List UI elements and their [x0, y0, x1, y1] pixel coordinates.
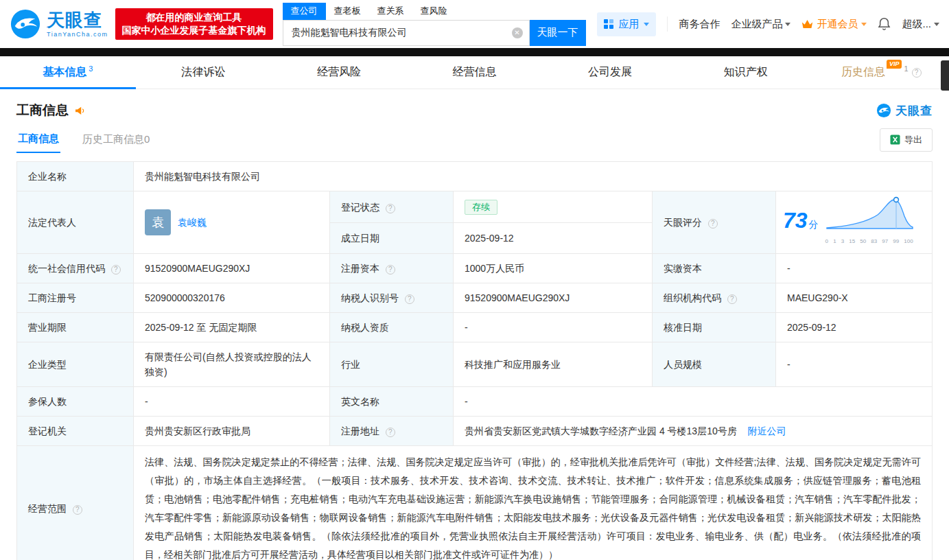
search-tab-relation[interactable]: 查关系	[369, 3, 412, 20]
promo-line2: 国家中小企业发展子基金旗下机构	[122, 24, 266, 37]
search-tab-boss[interactable]: 查老板	[326, 3, 369, 20]
tab-label: 法律诉讼	[181, 65, 225, 80]
search-area: 查公司 查老板 查关系 查风险 ✕ 天眼一下	[283, 3, 586, 46]
insured-count-label: 参保人数	[17, 387, 134, 417]
enterprise-label: 企业级产品	[731, 18, 782, 31]
collapsed-banner-strip	[0, 48, 949, 56]
business-info-table: 企业名称 贵州能魁智电科技有限公司 法定代表人 袁 袁峻巍 登记状态 ? 存续 …	[16, 161, 933, 560]
search-tab-risk[interactable]: 查风险	[412, 3, 456, 20]
logo-text: 天眼查 TianYanCha.com	[47, 11, 108, 38]
status-badge: 存续	[465, 200, 497, 215]
open-vip-link[interactable]: 开通会员	[801, 18, 867, 31]
english-name-label: 英文名称	[330, 387, 454, 417]
crown-icon	[801, 19, 813, 29]
vip-label: 开通会员	[817, 18, 858, 31]
table-row: 营业期限 2025-09-12 至 无固定期限 纳税人资质 - 核准日期 202…	[17, 313, 933, 342]
help-icon[interactable]: ?	[386, 204, 395, 213]
app-menu-button[interactable]: 应用	[597, 12, 656, 36]
taxpayer-qualification-value: -	[454, 313, 653, 342]
enterprise-product-link[interactable]: 企业级产品	[731, 18, 790, 31]
tab-basic-info[interactable]: 基本信息 3	[0, 56, 136, 89]
paid-capital-value: -	[776, 254, 933, 283]
search-button[interactable]: 天眼一下	[530, 20, 586, 46]
tianyancha-watermark: 天眼查	[876, 103, 933, 119]
table-row: 经营范围 ? 法律、法规、国务院决定规定禁止的不得经营；法律、法规、国务院决定规…	[17, 446, 933, 560]
tab-label: 知识产权	[724, 65, 768, 80]
chevron-down-icon	[644, 23, 649, 26]
business-cooperation-link[interactable]: 商务合作	[679, 18, 720, 31]
subtab-business-info[interactable]: 工商信息	[16, 126, 60, 153]
nearby-companies-link[interactable]: 附近公司	[748, 425, 786, 436]
business-term-label: 营业期限	[17, 313, 134, 342]
reg-address-value: 贵州省贵安新区党武镇大学城数字经济产业园 4 号楼13层10号房 附近公司	[454, 417, 933, 446]
tab-history-info[interactable]: 历史信息 VIP 1 ?	[813, 56, 949, 89]
tianyancha-logo[interactable]: 天眼查 TianYanCha.com	[10, 8, 108, 40]
tab-label: 公司发展	[588, 65, 632, 80]
tab-label: 基本信息	[43, 65, 86, 80]
help-icon[interactable]: ?	[912, 68, 922, 78]
chevron-down-icon	[861, 23, 867, 26]
subtab-history-business-info[interactable]: 历史工商信息0	[81, 127, 151, 152]
side-float-widget[interactable]	[941, 60, 949, 91]
table-row: 登记机关 贵州贵安新区行政审批局 注册地址 ? 贵州省贵安新区党武镇大学城数字经…	[17, 417, 933, 446]
search-tabs: 查公司 查老板 查关系 查风险	[283, 3, 586, 20]
tyc-score-label: 天眼评分 ?	[653, 191, 776, 254]
help-icon[interactable]: ?	[73, 505, 82, 515]
org-code-label: 组织机构代码 ?	[653, 283, 776, 313]
header-right-nav: 应用 商务合作 企业级产品 开通会员 超级...	[597, 12, 939, 36]
tab-intellectual-property[interactable]: 知识产权	[678, 56, 814, 89]
notification-bell-button[interactable]	[878, 17, 891, 31]
industry-value: 科技推广和应用服务业	[454, 342, 653, 387]
username: 超级...	[902, 18, 931, 31]
tab-count: 3	[89, 65, 93, 73]
tab-operation-info[interactable]: 经营信息	[407, 56, 543, 89]
search-box: ✕	[283, 20, 530, 46]
bell-icon	[878, 17, 891, 31]
score-distribution-chart: 013 155083 9799100	[825, 196, 913, 249]
legal-rep-link[interactable]: 袁峻巍	[178, 215, 207, 230]
help-icon[interactable]: ?	[405, 294, 414, 304]
megaphone-icon[interactable]	[73, 104, 86, 117]
establish-date-value: 2025-09-12	[454, 223, 653, 254]
tianyancha-logo-icon	[10, 8, 41, 40]
paid-capital-label: 实缴资本	[653, 254, 776, 283]
help-icon[interactable]: ?	[386, 265, 395, 275]
chevron-down-icon	[785, 23, 790, 26]
export-label: 导出	[904, 134, 922, 146]
tab-label: 历史信息	[841, 65, 885, 80]
score-axis: 013 155083 9799100	[825, 234, 913, 249]
company-section-tabs: 基本信息 3 法律诉讼 经营风险 经营信息 公司发展 知识产权 历史信息 VIP…	[0, 56, 949, 89]
tab-company-development[interactable]: 公司发展	[542, 56, 678, 89]
logo-brand-name: 天眼查	[47, 11, 108, 29]
table-row: 工商注册号 520900000320176 纳税人识别号 ? 91520900M…	[17, 283, 933, 313]
help-icon[interactable]: ?	[111, 265, 121, 275]
reg-no-label: 工商注册号	[17, 283, 134, 313]
reg-authority-value: 贵州贵安新区行政审批局	[134, 417, 330, 446]
legal-rep-cell: 袁 袁峻巍	[134, 191, 330, 254]
company-type-label: 企业类型	[17, 342, 134, 387]
export-button[interactable]: 导出	[880, 128, 933, 152]
business-scope-value: 法律、法规、国务院决定规定禁止的不得经营；法律、法规、国务院决定规定应当许可（审…	[134, 446, 933, 560]
legal-rep-avatar[interactable]: 袁	[145, 209, 171, 235]
help-icon[interactable]: ?	[708, 219, 718, 229]
clear-search-icon[interactable]: ✕	[512, 27, 523, 38]
app-label: 应用	[618, 18, 639, 31]
reg-status-value: 存续	[454, 191, 653, 223]
company-name-label: 企业名称	[17, 162, 134, 191]
tab-legal-litigation[interactable]: 法律诉讼	[136, 56, 272, 89]
table-row: 统一社会信用代码 ? 91520900MAEUG290XJ 注册资本 ? 100…	[17, 254, 933, 283]
user-account-menu[interactable]: 超级...	[902, 18, 939, 31]
staff-size-value: -	[776, 342, 933, 387]
industry-label: 行业	[330, 342, 454, 387]
help-icon[interactable]: ?	[386, 428, 395, 437]
search-tab-company[interactable]: 查公司	[283, 3, 326, 20]
tab-label: 经营风险	[317, 65, 361, 80]
reg-address-label: 注册地址 ?	[330, 417, 454, 446]
tab-operation-risk[interactable]: 经营风险	[271, 56, 407, 89]
help-icon[interactable]: ?	[727, 294, 737, 304]
reg-authority-label: 登记机关	[17, 417, 134, 446]
staff-size-label: 人员规模	[653, 342, 776, 387]
reg-no-value: 520900000320176	[134, 283, 330, 313]
divider	[667, 16, 668, 32]
search-input[interactable]	[283, 21, 529, 45]
